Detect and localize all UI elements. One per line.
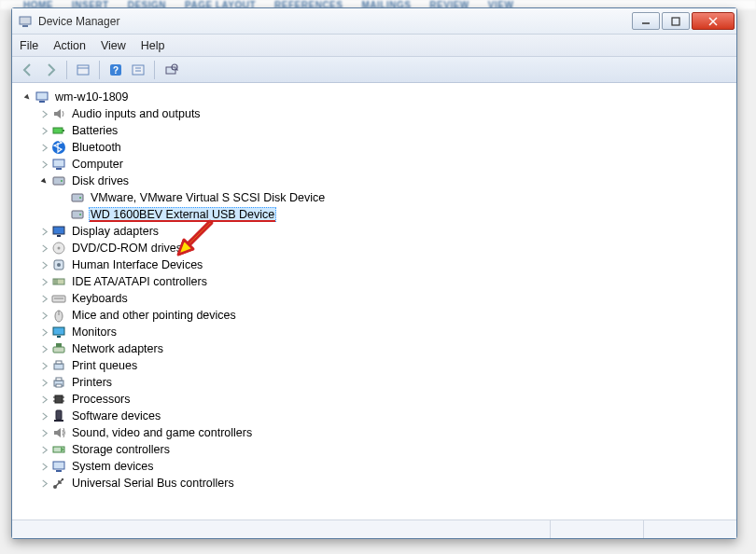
tree-node[interactable]: Print queues <box>36 357 733 374</box>
tree-leaf-node[interactable]: VMware, VMware Virtual S SCSI Disk Devic… <box>68 189 733 206</box>
expander-icon[interactable] <box>38 394 49 405</box>
expander-icon[interactable] <box>38 427 49 438</box>
menubar: File Action View Help <box>12 35 736 57</box>
menu-view[interactable]: View <box>101 39 126 52</box>
audio-icon <box>51 106 66 121</box>
expander-icon[interactable] <box>38 242 49 254</box>
expander-icon[interactable] <box>38 108 49 119</box>
tree-node-label: DVD/CD-ROM drives <box>70 242 184 255</box>
properties-button[interactable] <box>128 60 148 80</box>
expander-icon[interactable] <box>38 326 49 338</box>
svg-rect-46 <box>54 364 63 369</box>
svg-rect-56 <box>56 410 62 420</box>
tree-node[interactable]: Bluetooth <box>36 139 733 156</box>
show-hide-tree-button[interactable] <box>73 60 93 80</box>
window-title: Device Manager <box>38 15 630 28</box>
svg-point-34 <box>57 263 61 267</box>
keyboard-icon <box>51 291 66 306</box>
svg-rect-57 <box>54 420 63 422</box>
battery-icon <box>51 123 66 138</box>
expander-icon[interactable] <box>38 175 49 187</box>
sound-icon <box>51 425 66 440</box>
expander-icon[interactable] <box>38 343 49 354</box>
expander-icon[interactable] <box>38 461 49 472</box>
tree-node[interactable]: Display adapters <box>36 223 733 240</box>
scan-hardware-button[interactable] <box>161 60 181 80</box>
svg-rect-1 <box>22 25 28 27</box>
svg-rect-27 <box>72 211 83 218</box>
tree-node[interactable]: Storage controllers <box>36 441 733 458</box>
tree-node[interactable]: Network adapters <box>36 340 733 357</box>
expander-icon[interactable] <box>38 410 49 422</box>
expander-icon[interactable] <box>38 276 49 287</box>
tree-node[interactable]: Audio inputs and outputs <box>36 105 733 122</box>
svg-point-26 <box>79 197 81 199</box>
svg-rect-51 <box>55 395 63 403</box>
back-button[interactable] <box>18 60 38 80</box>
forward-button[interactable] <box>40 60 61 80</box>
device-manager-window: Device Manager File Action View Help ? w… <box>11 7 737 539</box>
tree-node[interactable]: Keyboards <box>36 290 733 307</box>
tree-node[interactable]: Processors <box>36 391 733 408</box>
toolbar-separator <box>154 61 155 79</box>
tree-node-label: Printers <box>70 376 114 389</box>
tree-node[interactable]: Software devices <box>36 408 733 424</box>
expander-icon[interactable] <box>38 259 49 270</box>
dvd-icon <box>51 241 66 256</box>
tree-node[interactable]: Human Interface Devices <box>36 256 733 273</box>
tree-node[interactable]: Computer <box>36 156 733 173</box>
maximize-button[interactable] <box>662 12 690 30</box>
expander-icon[interactable] <box>38 159 49 170</box>
tree-node[interactable]: Printers <box>36 374 733 391</box>
tree-node-label: Bluetooth <box>70 141 123 154</box>
svg-rect-42 <box>53 327 64 335</box>
tree-node-label: Processors <box>70 393 133 406</box>
tree-node[interactable]: Universal Serial Bus controllers <box>36 475 733 492</box>
svg-rect-6 <box>77 65 89 75</box>
expander-icon[interactable] <box>38 377 49 388</box>
tree-root-label: wm-w10-1809 <box>53 90 131 104</box>
expander-icon[interactable] <box>21 91 33 103</box>
svg-rect-60 <box>56 470 62 472</box>
expander-icon[interactable] <box>38 125 49 136</box>
menu-file[interactable]: File <box>20 39 38 52</box>
tree-node-label: Audio inputs and outputs <box>70 107 203 120</box>
tree-node[interactable]: Batteries <box>36 122 733 139</box>
tree-node[interactable]: Disk drives <box>36 173 733 189</box>
expander-icon[interactable] <box>38 444 49 455</box>
expander-icon[interactable] <box>38 142 49 153</box>
svg-point-62 <box>62 478 63 480</box>
svg-rect-18 <box>53 128 63 133</box>
tree-node[interactable]: Sound, video and game controllers <box>36 424 733 441</box>
tree-node[interactable]: Mice and other pointing devices <box>36 307 733 324</box>
printq-icon <box>51 358 66 373</box>
svg-point-24 <box>61 180 63 182</box>
expander-icon[interactable] <box>38 360 49 371</box>
device-tree[interactable]: wm-w10-1809Audio inputs and outputsBatte… <box>12 83 736 519</box>
tree-leaf-node[interactable]: WD 1600BEV External USB Device <box>68 206 733 223</box>
svg-rect-10 <box>133 65 144 75</box>
svg-rect-23 <box>53 177 64 185</box>
tree-node[interactable]: DVD/CD-ROM drives <box>36 240 733 256</box>
tree-root-node[interactable]: wm-w10-1809 <box>20 89 733 105</box>
minimize-button[interactable] <box>632 12 660 30</box>
expander-icon[interactable] <box>38 226 49 237</box>
tree-node[interactable]: System devices <box>36 458 733 475</box>
system-icon <box>51 459 66 474</box>
tree-node-label: Computer <box>70 158 125 171</box>
tree-node-label: Disk drives <box>70 174 131 187</box>
tree-node[interactable]: Monitors <box>36 324 733 340</box>
close-button[interactable] <box>692 12 735 30</box>
disk-icon <box>70 190 85 205</box>
expander-icon[interactable] <box>38 310 49 321</box>
expander-icon[interactable] <box>38 478 49 489</box>
menu-help[interactable]: Help <box>141 39 165 52</box>
tree-node-label: Keyboards <box>70 292 130 305</box>
expander-icon[interactable] <box>38 293 49 304</box>
svg-rect-59 <box>53 462 64 469</box>
menu-action[interactable]: Action <box>53 39 86 52</box>
tree-node[interactable]: IDE ATA/ATAPI controllers <box>36 273 733 290</box>
help-button[interactable]: ? <box>105 60 126 80</box>
display-icon <box>51 224 66 239</box>
titlebar[interactable]: Device Manager <box>12 8 736 35</box>
